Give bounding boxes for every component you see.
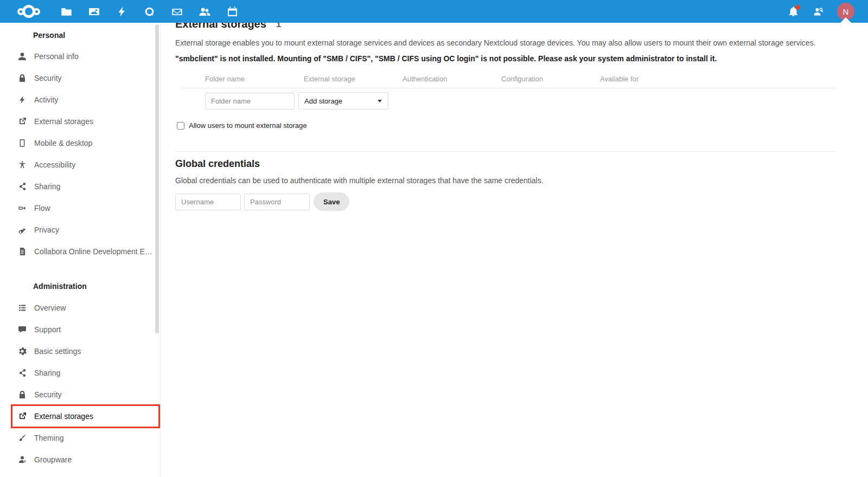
sidebar-item-support[interactable]: Support (0, 319, 160, 340)
sidebar-item-external-storages[interactable]: External storages (0, 111, 160, 132)
app-mail[interactable] (170, 5, 183, 18)
folder-icon (61, 6, 72, 17)
sidebar-item-security[interactable]: Security (0, 384, 160, 405)
settings-sidebar: PersonalPersonal infoSecurityActivityExt… (0, 23, 161, 477)
external-link-icon (18, 117, 27, 126)
sidebar-item-sharing[interactable]: Sharing (0, 362, 160, 384)
sidebar-item-label: Security (34, 74, 69, 82)
talk-icon (144, 6, 155, 17)
app-calendar[interactable] (226, 5, 239, 18)
column-header-external-storage: External storage (304, 75, 403, 83)
column-header-available-for: Available for (600, 75, 699, 83)
app-talk[interactable] (143, 5, 156, 18)
sidebar-section-personal: Personal (0, 25, 160, 46)
column-header-authentication: Authentication (403, 75, 501, 83)
lock-icon (18, 74, 27, 82)
notifications-button[interactable] (787, 5, 799, 17)
sidebar-item-accessibility[interactable]: Accessibility (0, 154, 160, 176)
column-header-configuration: Configuration (501, 75, 600, 83)
sidebar-item-label: Mobile & desktop (34, 139, 100, 147)
add-storage-select[interactable]: Add storage (298, 92, 388, 109)
save-button[interactable]: Save (314, 192, 349, 211)
sidebar-item-label: Personal info (34, 52, 86, 61)
document-icon (18, 247, 27, 256)
global-credentials-title: Global credentials (175, 158, 852, 170)
sidebar-item-privacy[interactable]: Privacy (0, 219, 160, 241)
settings-content: External storages i External storage ena… (161, 0, 868, 211)
sidebar-item-sharing[interactable]: Sharing (0, 176, 160, 197)
mail-icon (171, 6, 183, 17)
share-icon (18, 182, 27, 191)
folder-name-input[interactable] (205, 93, 295, 109)
app-activity[interactable] (115, 5, 128, 18)
sidebar-item-label: Sharing (34, 369, 68, 377)
sidebar-item-label: Accessibility (34, 160, 83, 169)
brush-icon (18, 434, 27, 442)
user-icon (18, 52, 27, 61)
contacts-search-icon (813, 7, 824, 17)
sidebar-item-collabora-online-development-edit[interactable]: Collabora Online Development Edit... (0, 241, 160, 262)
lock-icon (18, 390, 27, 399)
sidebar-item-label: External storages (34, 412, 101, 421)
calendar-icon (227, 6, 238, 17)
global-credentials-description: Global credentials can be used to authen… (175, 176, 852, 185)
logo-circle-center (22, 5, 35, 18)
photos-icon (88, 6, 100, 17)
sidebar-item-mobile-desktop[interactable]: Mobile & desktop (0, 132, 160, 154)
column-header-folder-name: Folder name (205, 75, 304, 83)
sidebar-scrollbar[interactable] (155, 24, 159, 333)
share-icon (18, 369, 27, 377)
key-icon (18, 225, 27, 234)
gear-icon (18, 347, 27, 356)
external-storages-table: Folder nameExternal storageAuthenticatio… (181, 75, 836, 109)
unread-notification-dot (795, 5, 800, 10)
contacts-menu-button[interactable] (812, 5, 824, 17)
sidebar-item-label: Security (34, 390, 69, 399)
section-divider (175, 151, 836, 152)
password-field[interactable] (244, 194, 310, 210)
settings-caret (840, 17, 851, 23)
bolt-icon (18, 95, 27, 104)
username-field[interactable] (175, 194, 241, 210)
sidebar-item-label: Overview (34, 304, 73, 312)
global-credentials-form: Save (175, 192, 852, 211)
external-link-icon (18, 412, 27, 421)
top-bar: N (0, 0, 868, 23)
sidebar-item-label: Flow (34, 204, 58, 212)
allow-users-mount-checkbox[interactable] (177, 122, 184, 130)
table-header-row: Folder nameExternal storageAuthenticatio… (181, 75, 836, 88)
allow-users-mount-row: Allow users to mount external storage (177, 121, 852, 130)
phone-icon (18, 139, 27, 147)
list-icon (18, 304, 27, 312)
group-icon (18, 455, 27, 464)
sidebar-item-label: External storages (34, 117, 101, 126)
smbclient-warning: "smbclient" is not installed. Mounting o… (175, 54, 852, 63)
sidebar-item-external-storages[interactable]: External storages (0, 405, 160, 427)
sidebar-item-basic-settings[interactable]: Basic settings (0, 340, 160, 362)
app-contacts[interactable] (198, 5, 211, 18)
sidebar-item-label: Basic settings (34, 347, 88, 356)
nextcloud-logo[interactable] (17, 5, 40, 18)
flow-icon (18, 204, 27, 212)
app-navigation (60, 5, 239, 18)
bolt-icon (116, 6, 127, 17)
sidebar-item-activity[interactable]: Activity (0, 89, 160, 111)
sidebar-item-label: Privacy (34, 225, 67, 234)
sidebar-section-administration: Administration (0, 275, 160, 297)
allow-users-mount-label: Allow users to mount external storage (189, 121, 307, 130)
sidebar-item-theming[interactable]: Theming (0, 427, 160, 449)
app-files[interactable] (60, 5, 73, 18)
app-photos[interactable] (87, 5, 100, 18)
sidebar-item-label: Activity (34, 95, 66, 104)
external-storage-description: External storage enables you to mount ex… (175, 38, 832, 47)
sidebar-item-flow[interactable]: Flow (0, 197, 160, 219)
accessibility-icon (18, 160, 27, 169)
add-storage-select-wrap: Add storage (298, 92, 388, 109)
sidebar-item-personal-info[interactable]: Personal info (0, 46, 160, 67)
contacts-icon (199, 6, 210, 17)
sidebar-item-label: Sharing (34, 182, 68, 191)
sidebar-item-groupware[interactable]: Groupware (0, 449, 160, 470)
sidebar-item-overview[interactable]: Overview (0, 297, 160, 319)
sidebar-item-label: Groupware (34, 455, 79, 464)
sidebar-item-security[interactable]: Security (0, 67, 160, 89)
